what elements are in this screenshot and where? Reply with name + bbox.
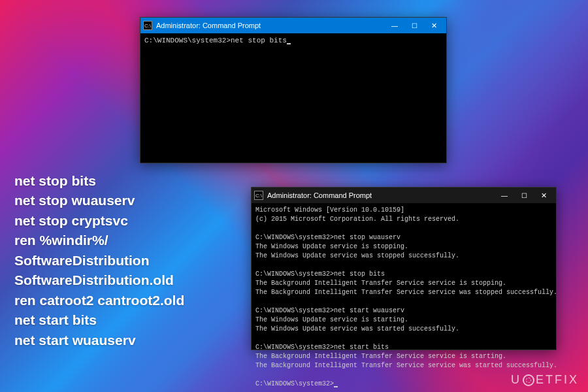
- terminal-line: The Windows Update service is stopping.: [255, 243, 408, 250]
- terminal-line: The Windows Update service was started s…: [255, 325, 459, 333]
- terminal-line: C:\WINDOWS\system32>net stop bits: [144, 37, 287, 44]
- overlay-line: SoftwareDistribution: [14, 251, 184, 270]
- watermark-prefix: U: [511, 373, 521, 387]
- window-title: Administrator: Command Prompt: [156, 22, 385, 29]
- text-cursor: [287, 43, 291, 44]
- overlay-line: net start wuauserv: [14, 331, 184, 350]
- cmd-icon: C:\: [254, 191, 263, 200]
- overlay-line: ren %windir%/: [14, 231, 184, 250]
- terminal-line: (c) 2015 Microsoft Corporation. All righ…: [255, 216, 459, 223]
- terminal-line: The Windows Update service is starting.: [255, 316, 408, 323]
- titlebar[interactable]: C:\ Administrator: Command Prompt: [140, 18, 446, 33]
- watermark-suffix: ETFIX: [536, 373, 579, 387]
- commands-overlay: net stop bits net stop wuauserv net stop…: [14, 171, 184, 350]
- text-cursor: [334, 386, 338, 387]
- watermark-logo: U ETFIX: [511, 373, 579, 387]
- terminal-line: C:\WINDOWS\system32>net start bits: [255, 344, 389, 351]
- minimize-button[interactable]: [385, 18, 404, 33]
- terminal-line: C:\WINDOWS\system32>net stop bits: [255, 270, 385, 278]
- minimize-button[interactable]: [495, 188, 514, 203]
- overlay-line: net stop bits: [14, 171, 184, 191]
- close-button[interactable]: [424, 18, 444, 33]
- window-controls: [495, 188, 553, 203]
- cmd-window-top: C:\ Administrator: Command Prompt C:\WIN…: [140, 17, 447, 163]
- titlebar[interactable]: C:\ Administrator: Command Prompt: [252, 188, 556, 203]
- close-button[interactable]: [534, 188, 553, 203]
- gear-icon: [523, 374, 534, 386]
- overlay-line: net stop cryptsvc: [14, 211, 184, 231]
- maximize-button[interactable]: [514, 188, 534, 203]
- terminal-line: The Background Intelligent Transfer Serv…: [255, 353, 506, 360]
- terminal-line: C:\WINDOWS\system32>: [255, 380, 334, 387]
- terminal-line: C:\WINDOWS\system32>net stop wuauserv: [255, 234, 400, 241]
- window-controls: [385, 18, 444, 33]
- overlay-line: ren catroot2 cantroot2.old: [14, 291, 184, 310]
- window-title: Administrator: Command Prompt: [267, 191, 495, 199]
- terminal-body[interactable]: Microsoft Windows [Version 10.0.10159] (…: [252, 203, 556, 391]
- terminal-line: C:\WINDOWS\system32>net start wuauserv: [255, 307, 404, 314]
- overlay-line: net start bits: [14, 310, 184, 330]
- cmd-window-bottom: C:\ Administrator: Command Prompt Micros…: [251, 187, 557, 350]
- terminal-line: The Windows Update service was stopped s…: [255, 252, 459, 259]
- terminal-line: The Background Intelligent Transfer Serv…: [255, 362, 557, 369]
- overlay-line: net stop wuauserv: [14, 191, 184, 210]
- cmd-icon: C:\: [143, 21, 152, 30]
- terminal-line: Microsoft Windows [Version 10.0.10159]: [255, 206, 404, 214]
- maximize-button[interactable]: [404, 18, 424, 33]
- terminal-body[interactable]: C:\WINDOWS\system32>net stop bits: [140, 33, 446, 48]
- terminal-line: The Background Intelligent Transfer Serv…: [255, 280, 506, 287]
- overlay-line: SoftwareDistribution.old: [14, 270, 184, 290]
- terminal-line: The Background Intelligent Transfer Serv…: [255, 289, 557, 296]
